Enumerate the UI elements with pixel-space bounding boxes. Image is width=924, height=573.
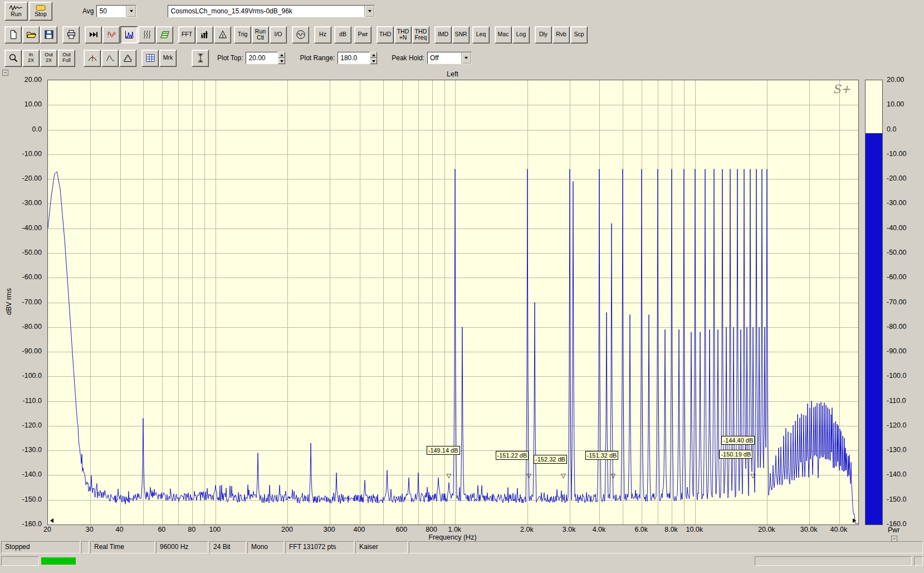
scope-button[interactable]: Scp xyxy=(570,26,588,43)
marker-label[interactable]: -151.32 dB xyxy=(585,451,619,460)
chevron-down-icon[interactable] xyxy=(461,52,471,64)
spinner-down-icon[interactable] xyxy=(370,58,377,64)
zoom-button[interactable] xyxy=(4,50,22,67)
marker-curve-button[interactable] xyxy=(84,50,101,67)
thd-button[interactable]: THD xyxy=(377,26,394,43)
thd-n-button[interactable]: THD +N xyxy=(394,26,412,43)
time-series-view-button[interactable] xyxy=(102,26,120,43)
collapse-plot-button[interactable]: − xyxy=(2,70,8,76)
open-file-button[interactable] xyxy=(22,26,40,43)
y-axis-tick-labels-left: 20.0010.000.0-10.00-20.00-30.00-40.00-50… xyxy=(0,80,44,524)
button-label: Log xyxy=(516,31,526,37)
utilities-button[interactable] xyxy=(141,50,159,67)
y-tick-label: 20.00 xyxy=(25,76,42,84)
process-button[interactable] xyxy=(85,26,102,43)
plot-range-spinner[interactable] xyxy=(370,52,377,64)
y-tick-label: -150.0 xyxy=(887,496,906,503)
reverb-button[interactable]: Rvb xyxy=(553,26,570,43)
smoothing-button[interactable] xyxy=(101,50,119,67)
plot-top-input[interactable] xyxy=(246,52,278,64)
zoom-out-2x-button[interactable]: Out 2X xyxy=(40,50,57,67)
spectrum-icon xyxy=(124,29,135,40)
chevron-down-icon[interactable] xyxy=(126,6,136,17)
zoom-in-2x-button[interactable]: In 2X xyxy=(22,50,40,67)
print-button[interactable] xyxy=(62,26,80,43)
stop-button[interactable]: Stop xyxy=(29,2,52,21)
save-button[interactable] xyxy=(40,26,57,43)
button-label: Mac xyxy=(498,31,509,37)
spinner-up-icon[interactable] xyxy=(278,52,285,58)
sine-wave-icon xyxy=(295,29,306,40)
run-button-label: Run xyxy=(11,11,21,17)
peak-hold-select[interactable]: Off xyxy=(427,52,472,64)
marker-arrow[interactable]: ▽ xyxy=(611,473,615,479)
status-mode: Real Time xyxy=(90,541,155,553)
surface-view-button[interactable] xyxy=(156,26,173,43)
marker-toggle-button[interactable]: Mrk xyxy=(159,50,177,67)
snr-button[interactable]: SNR xyxy=(452,26,470,43)
pwr-button[interactable]: Pwr xyxy=(354,26,371,43)
run-button[interactable]: Run xyxy=(4,2,28,21)
db-button[interactable]: dB xyxy=(334,26,351,43)
x-tick-label: 20 xyxy=(43,526,51,533)
scroll-right-arrow[interactable] xyxy=(852,518,857,523)
y-tick-label: -160.0 xyxy=(22,520,42,528)
power-level-fill xyxy=(866,133,882,525)
zoom-out-full-button[interactable]: Out Full xyxy=(58,50,75,67)
signal-generator-button[interactable] xyxy=(292,26,309,43)
printer-icon xyxy=(66,29,77,40)
delay-button[interactable]: Dly xyxy=(535,26,552,43)
io-device-button[interactable]: I/O xyxy=(270,26,287,43)
x-axis-tick-labels: 20304060801002003004006008001.0k2.0k3.0k… xyxy=(47,526,858,533)
scroll-left-arrow[interactable] xyxy=(49,518,55,523)
trigger-button[interactable]: Trig xyxy=(234,26,251,43)
plot-scale-button[interactable] xyxy=(192,50,209,67)
button-label: FFT xyxy=(182,31,192,37)
histogram-button[interactable] xyxy=(119,50,136,67)
marker-label[interactable]: -152.32 dB xyxy=(534,455,567,464)
spinner-up-icon[interactable] xyxy=(370,52,377,58)
y-tick-label: -120.0 xyxy=(22,421,42,429)
chevron-down-icon[interactable] xyxy=(364,6,374,17)
imd-button[interactable]: IMD xyxy=(434,26,452,43)
avg-select[interactable]: 50 xyxy=(96,5,136,17)
hz-button[interactable]: Hz xyxy=(314,26,331,43)
x-tick-label: 100 xyxy=(209,526,221,533)
x-tick-label: 40 xyxy=(116,526,124,533)
x-tick-label: 600 xyxy=(395,526,407,533)
marker-label[interactable]: -149.14 dB xyxy=(427,446,460,455)
marker-label[interactable]: -151.22 dB xyxy=(496,451,529,460)
stop-button-label: Stop xyxy=(35,11,47,17)
new-file-button[interactable] xyxy=(4,26,22,43)
status-run-state: Stopped xyxy=(1,541,80,553)
marker-arrow[interactable]: ▽ xyxy=(750,473,755,479)
x-tick-label: 300 xyxy=(324,526,335,533)
scaling-button[interactable] xyxy=(196,26,213,43)
resize-grip[interactable] xyxy=(914,556,923,566)
marker-label[interactable]: -150.19 dB xyxy=(719,450,752,459)
thd-freq-button[interactable]: THD Freq xyxy=(412,26,429,43)
macro-button[interactable]: Mac xyxy=(495,26,512,43)
spinner-down-icon[interactable] xyxy=(278,58,285,64)
button-label: Out 2X xyxy=(45,52,53,63)
y-tick-label: 0.0 xyxy=(887,125,896,133)
file-select[interactable]: CosmosLCh_mono_15.49Vrms-0dB_96k xyxy=(168,5,375,17)
x-tick-label: 80 xyxy=(188,526,195,533)
spectrum-plot[interactable]: ▽-149.14 dB▽-151.22 dB▽-152.32 dB▽-151.3… xyxy=(47,80,859,525)
collapse-power-bar-button[interactable]: − xyxy=(891,536,897,542)
spectrogram-view-button[interactable] xyxy=(138,26,155,43)
marker-curve-icon xyxy=(87,52,98,64)
marker-label[interactable]: -144.40 dB xyxy=(721,436,755,445)
plot-top-spinner[interactable] xyxy=(278,52,285,64)
surface-plot-icon xyxy=(159,29,170,40)
log-button[interactable]: Log xyxy=(512,26,530,43)
leq-button[interactable]: Leq xyxy=(472,26,490,43)
spectrum-view-button[interactable] xyxy=(120,26,138,43)
marker-arrow[interactable]: ▽ xyxy=(561,473,565,479)
calibration-button[interactable] xyxy=(214,26,231,43)
fft-settings-button[interactable]: FFT xyxy=(178,26,195,43)
run-control-button[interactable]: Run Ctl xyxy=(252,26,269,43)
plot-range-input[interactable] xyxy=(338,52,370,64)
marker-arrow[interactable]: ▽ xyxy=(527,473,531,479)
marker-arrow[interactable]: ▽ xyxy=(447,473,451,479)
